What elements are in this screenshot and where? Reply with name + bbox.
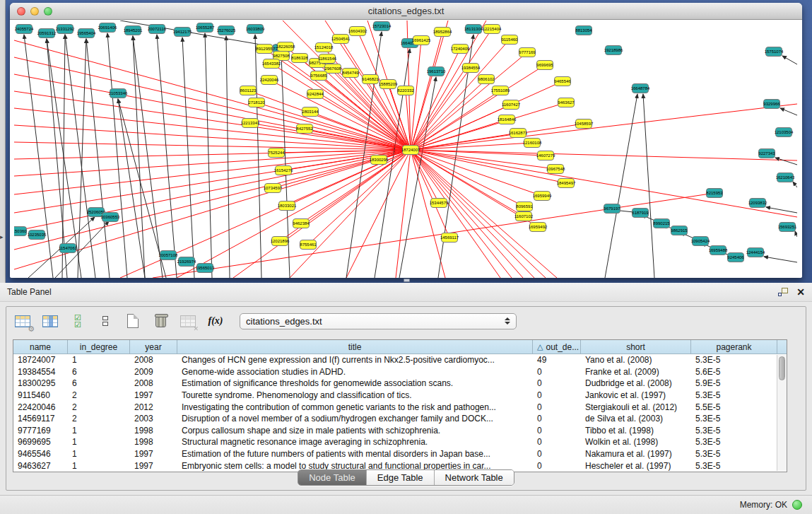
network-node[interactable]: 16162871 (509, 129, 528, 138)
table-cell[interactable]: 2008 (130, 378, 177, 388)
table-cell[interactable]: 5.3E-5 (691, 449, 777, 459)
table-body[interactable]: 1872400712008Changes of HCN gene express… (13, 354, 787, 472)
table-cell[interactable]: 5.5E-5 (691, 402, 777, 412)
tab-edge-table[interactable]: Edge Table (366, 470, 434, 485)
table-cell[interactable]: 2012 (130, 402, 177, 412)
table-row[interactable]: 1872400712008Changes of HCN gene express… (13, 354, 787, 366)
network-node[interactable]: 15723014 (372, 22, 392, 31)
network-node[interactable]: 8427552 (296, 124, 313, 134)
table-cell[interactable]: Tibbo et al. (1998) (581, 426, 691, 436)
table-cell[interactable]: Estimation of significance thresholds fo… (177, 378, 533, 388)
table-cell[interactable]: 1997 (130, 449, 177, 459)
network-node[interactable]: 8990215 (653, 219, 670, 228)
network-node[interactable]: 12444154 (746, 248, 765, 257)
network-node[interactable]: 18945201 (124, 26, 143, 35)
column-header-title[interactable]: title (177, 340, 533, 354)
network-node[interactable]: 19613710 (427, 67, 446, 76)
close-panel-icon[interactable]: ✕ (796, 287, 805, 297)
network-node[interactable]: 2718120 (248, 98, 265, 107)
table-cell[interactable]: 14569117 (13, 414, 68, 424)
table-cell[interactable]: 9699695 (13, 437, 68, 447)
table-cell[interactable]: 5.6E-5 (691, 367, 777, 377)
network-node[interactable]: 8813054 (575, 26, 592, 35)
column-select-icon[interactable] (41, 312, 59, 330)
network-node[interactable]: 18164846 (498, 115, 517, 124)
table-cell[interactable]: 1 (68, 449, 130, 459)
table-cell[interactable]: 0 (533, 414, 581, 424)
table-cell[interactable]: Franke et al. (2009) (581, 367, 691, 377)
table-cell[interactable]: 5.3E-5 (691, 390, 777, 400)
network-node[interactable]: 20691406 (98, 23, 117, 33)
network-node[interactable]: 15276025 (217, 26, 236, 35)
table-cell[interactable]: 5.3E-5 (691, 426, 777, 436)
network-node[interactable]: 21926974 (177, 257, 196, 267)
network-node[interactable]: 9679197 (604, 204, 620, 214)
row-height-icon[interactable] (96, 312, 114, 330)
network-node[interactable]: 18226058 (276, 42, 295, 52)
network-node[interactable]: 10655287 (196, 23, 215, 33)
select-all-columns-icon[interactable]: ☑☑ (69, 312, 87, 330)
table-cell[interactable]: 0 (533, 402, 581, 412)
table-cell[interactable]: 9777169 (13, 426, 68, 436)
table-cell[interactable]: Yano et al. (2008) (581, 355, 691, 365)
network-node[interactable]: 15693251 (778, 223, 797, 232)
network-node[interactable]: 7525244 (268, 148, 285, 158)
table-cell[interactable]: 19384554 (13, 367, 68, 377)
table-cell[interactable]: 0 (533, 367, 581, 377)
table-cell[interactable]: 0 (533, 426, 581, 436)
tab-network-table[interactable]: Network Table (434, 470, 514, 485)
network-node[interactable]: 2967608 (324, 64, 341, 74)
column-header-out_de[interactable]: △out_de... (533, 340, 581, 354)
network-node[interactable]: 9329966 (763, 100, 780, 109)
panel-splitter[interactable] (404, 279, 410, 282)
table-cell[interactable]: 9465546 (13, 449, 68, 459)
network-node[interactable]: 12103504 (775, 128, 794, 137)
column-header-in_degree[interactable]: in_degree (68, 340, 130, 354)
network-node[interactable]: 16961425 (412, 36, 431, 45)
network-node[interactable]: 8215953 (706, 189, 723, 198)
network-node[interactable]: 16543382 (262, 59, 281, 69)
table-cell[interactable]: 1998 (130, 426, 177, 436)
network-node[interactable]: 9777169 (519, 48, 536, 57)
network-node[interactable]: 10905424 (691, 237, 710, 246)
table-cell[interactable]: 2009 (130, 367, 177, 377)
network-node[interactable]: 8220332 (397, 86, 414, 95)
table-cell[interactable]: 22420046 (13, 402, 68, 412)
network-node[interactable]: 15885209 (379, 80, 398, 89)
network-node[interactable]: 19565404 (77, 29, 96, 38)
zoom-window-button[interactable] (44, 7, 52, 16)
table-cell[interactable]: 0 (533, 437, 581, 447)
network-node[interactable]: 9465546 (554, 77, 571, 86)
table-cell[interactable]: 18724007 (13, 355, 68, 365)
column-header-name[interactable]: name (13, 340, 68, 354)
table-cell[interactable]: 6 (68, 367, 130, 377)
table-row[interactable]: 911546021997Tourette syndrome. Phenomeno… (13, 390, 787, 402)
network-node[interactable]: 22420046 (260, 76, 279, 85)
network-node[interactable]: 19218986 (604, 46, 623, 55)
network-node[interactable]: 24055724 (15, 25, 34, 34)
function-builder-icon[interactable]: f(x) (206, 312, 225, 330)
network-node[interactable]: 8096591 (516, 202, 533, 211)
network-node[interactable]: 16210643 (776, 173, 795, 182)
network-node[interactable]: 10458597 (575, 119, 594, 129)
column-header-short[interactable]: short (581, 340, 691, 354)
network-node[interactable]: 2803144 (302, 107, 319, 117)
table-cell[interactable]: 1 (68, 426, 130, 436)
table-cell[interactable]: 1 (68, 437, 130, 447)
close-window-button[interactable] (17, 7, 25, 16)
table-cell[interactable]: 6 (68, 378, 130, 388)
network-node[interactable]: 16033809 (246, 25, 265, 34)
network-node[interactable]: 8186328 (291, 54, 308, 63)
network-node[interactable]: 15751074 (765, 47, 784, 57)
network-node[interactable]: 16604302 (348, 27, 367, 36)
network-node[interactable]: 18952864 (433, 28, 452, 37)
network-node[interactable]: 11607427 (502, 100, 521, 110)
network-node[interactable]: 8454749 (342, 69, 359, 78)
network-node[interactable]: 12093832 (748, 199, 767, 208)
network-node[interactable]: 9146821 (362, 75, 379, 84)
table-cell[interactable]: 0 (533, 378, 581, 388)
network-node[interactable]: 12021896 (271, 237, 290, 246)
table-mode-icon[interactable]: ⚙ (13, 312, 32, 330)
table-select-combobox[interactable]: citations_edges.txt (240, 313, 517, 329)
table-cell[interactable]: 5.3E-5 (691, 355, 777, 365)
